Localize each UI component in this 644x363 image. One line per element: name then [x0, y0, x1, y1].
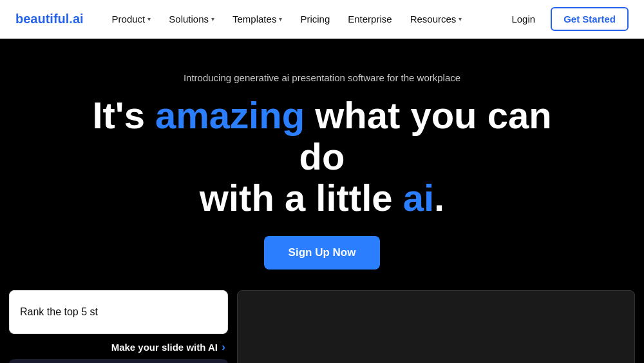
nav-label-pricing: Pricing — [300, 14, 330, 25]
hero-subtitle: Introducing generative ai presentation s… — [184, 72, 460, 83]
nav-item-pricing[interactable]: Pricing — [292, 8, 337, 30]
chevron-down-icon: ▾ — [211, 15, 214, 23]
nav-label-templates: Templates — [232, 14, 276, 25]
logo[interactable]: beautiful.ai — [15, 12, 84, 26]
presentation-preview — [237, 290, 635, 363]
chevron-down-icon: ▾ — [459, 15, 462, 23]
ai-input-box[interactable]: Rank the top 5 st — [9, 290, 228, 334]
nav-item-templates[interactable]: Templates ▾ — [225, 8, 290, 30]
navbar: beautiful.ai Product ▾ Solutions ▾ Templ… — [0, 0, 644, 39]
hero-title-accent2: ai — [403, 177, 434, 219]
hero-section: Introducing generative ai presentation s… — [0, 39, 644, 290]
logo-text-after: ai — [73, 12, 84, 26]
nav-item-resources[interactable]: Resources ▾ — [402, 8, 470, 30]
hero-title-part4: . — [434, 177, 444, 219]
logo-text-before: beautiful — [15, 12, 69, 26]
hero-title-part2: what you can do — [299, 94, 552, 177]
bottom-section: Rank the top 5 st Make your slide with A… — [0, 290, 644, 363]
hero-title-part3: with a little — [200, 177, 403, 219]
nav-actions: Login Get Started — [504, 7, 629, 31]
nav-label-solutions: Solutions — [169, 14, 209, 25]
ai-input-text: Rank the top 5 st — [20, 306, 98, 318]
left-panel: Rank the top 5 st Make your slide with A… — [9, 290, 228, 363]
hero-title: It's amazing what you can do with a litt… — [64, 95, 580, 218]
get-started-button[interactable]: Get Started — [551, 7, 629, 31]
make-slide-row[interactable]: Make your slide with AI › — [9, 334, 228, 359]
nav-label-product: Product — [112, 14, 146, 25]
hero-title-part1: It's — [92, 94, 155, 136]
chevron-down-icon: ▾ — [279, 15, 282, 23]
make-slide-label: Make your slide with AI — [111, 342, 218, 353]
hero-title-accent1: amazing — [155, 94, 305, 136]
arrow-right-icon: › — [222, 340, 225, 354]
nav-item-solutions[interactable]: Solutions ▾ — [161, 8, 222, 30]
nav-links: Product ▾ Solutions ▾ Templates ▾ Pricin… — [104, 8, 504, 30]
hero-cta-button[interactable]: Sign Up Now — [264, 236, 381, 270]
nav-item-enterprise[interactable]: Enterprise — [340, 8, 399, 30]
nav-label-resources: Resources — [410, 14, 457, 25]
nav-item-product[interactable]: Product ▾ — [104, 8, 159, 30]
try-example-bar: TRY AN EXAMPLE ? — [9, 359, 228, 363]
login-button[interactable]: Login — [504, 8, 543, 30]
chevron-down-icon: ▾ — [147, 15, 151, 23]
nav-label-enterprise: Enterprise — [348, 14, 392, 25]
